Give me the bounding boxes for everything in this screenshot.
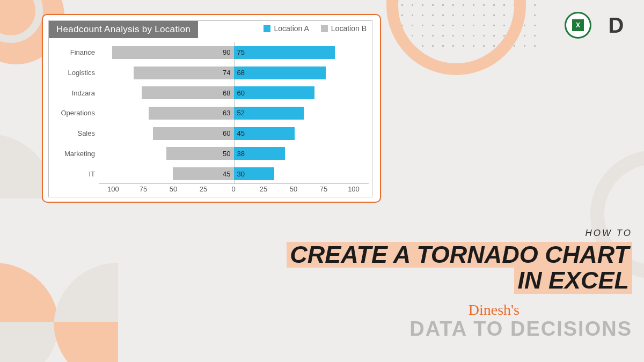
y-label: Operations [51,109,95,117]
decorative-petal [54,263,118,327]
headline-title: CREATE A TORNADO CHART IN EXCEL [287,242,632,294]
y-label: Indzara [51,89,95,97]
headline-block: HOW TO CREATE A TORNADO CHART IN EXCEL D… [287,228,632,341]
bar-value: 68 [237,69,245,77]
headline-line2: IN EXCEL [514,268,632,294]
bar-value: 75 [237,48,245,56]
bar-value: 60 [223,129,230,137]
x-tick: 0 [218,185,248,195]
bar-row: 7468 [99,67,369,79]
bar-location-a: 45 [234,127,295,140]
excel-glyph: X [572,19,584,31]
y-label: IT [51,170,95,178]
x-tick: 100 [339,185,369,195]
y-axis-labels: Finance Logistics Indzara Operations Sal… [51,42,98,184]
bar-value: 90 [223,48,230,56]
bar-row: 9075 [99,46,369,59]
signature-text: Dinesh's [287,301,519,319]
bar-row: 6352 [99,107,369,120]
bar-value: 30 [237,170,245,178]
bar-location-a: 60 [234,86,315,99]
bar-value: 45 [237,129,245,137]
x-tick: 25 [248,185,279,195]
x-tick: 75 [128,185,158,195]
x-axis-labels: 100 75 50 25 0 25 50 75 100 [98,185,369,195]
bar-row: 6045 [99,127,369,140]
chart-card: Headcount Analysis by Location Location … [42,14,381,203]
bar-location-a: 38 [234,147,286,160]
decorative-ring-tl [0,0,43,43]
legend-label: Location A [274,24,309,33]
decorative-petal [0,322,59,362]
logo-icon: D [601,12,628,39]
excel-icon: X [565,12,591,39]
plot-area: Finance Logistics Indzara Operations Sal… [51,42,369,184]
bar-location-b: 45 [173,167,233,180]
legend-swatch-icon [321,25,328,32]
bar-value: 52 [237,109,245,117]
legend-swatch-icon [264,25,270,32]
bar-row: 5038 [99,147,369,160]
bar-location-b: 90 [112,46,233,59]
x-tick: 25 [188,185,218,195]
x-tick: 75 [309,185,339,195]
footer-brand-text: DATA TO DECISIONS [287,317,632,341]
legend-item: Location A [264,24,309,33]
x-tick: 100 [98,185,128,195]
bar-location-b: 60 [153,127,234,140]
chart-legend: Location A Location B [264,24,367,33]
y-label: Marketing [51,150,95,158]
decorative-arc-top [386,0,526,75]
y-label: Sales [51,129,95,137]
bar-location-b: 74 [134,67,233,79]
y-label: Logistics [51,69,95,77]
bar-value: 38 [237,150,245,158]
bar-location-a: 68 [234,67,326,79]
bar-row: 4530 [99,167,369,180]
bar-location-a: 30 [234,167,274,180]
overline-text: HOW TO [287,228,632,239]
bar-value: 63 [223,109,230,117]
decorative-dots [397,0,537,48]
bar-value: 45 [223,170,230,178]
bar-value: 60 [237,89,245,97]
chart-frame: Headcount Analysis by Location Location … [48,20,372,197]
bar-location-b: 63 [149,107,233,120]
chart-title: Headcount Analysis by Location [49,21,198,38]
bar-value: 50 [223,150,230,158]
brand-area: X D [565,12,628,39]
bar-location-a: 75 [234,46,335,59]
y-label: Finance [51,48,95,56]
bar-rows: 9075746868606352604550384530 [99,42,369,184]
decorative-petal [0,263,59,327]
bar-row: 6860 [99,86,369,99]
legend-item: Location B [321,24,367,33]
legend-label: Location B [331,24,367,33]
bar-location-b: 50 [166,147,234,160]
decorative-petal [54,322,118,362]
bar-value: 68 [223,89,230,97]
bars-area: 9075746868606352604550384530 [98,42,369,184]
bar-location-b: 68 [142,86,233,99]
x-tick: 50 [279,185,309,195]
bar-location-a: 52 [234,107,304,120]
x-tick: 50 [158,185,188,195]
bar-value: 74 [223,69,230,77]
headline-line1: CREATE A TORNADO CHART [287,242,632,268]
